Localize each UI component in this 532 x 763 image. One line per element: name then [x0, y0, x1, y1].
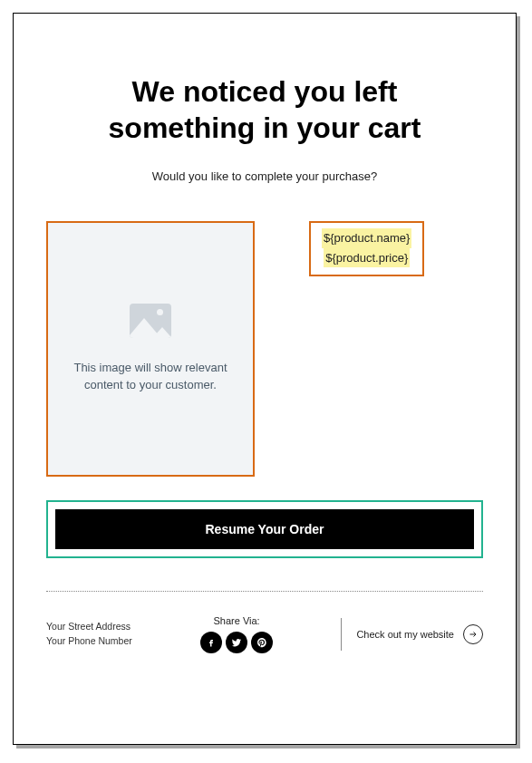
website-block: Check out my website — [341, 618, 483, 651]
share-block: Share Via: — [200, 615, 273, 653]
product-price-token: ${product.price} — [324, 248, 410, 268]
image-icon — [130, 304, 171, 338]
facebook-icon[interactable] — [200, 632, 222, 653]
pinterest-icon[interactable] — [251, 632, 273, 653]
headline: We noticed you left something in your ca… — [46, 73, 483, 146]
image-placeholder-caption: This image will show relevant content to… — [73, 360, 227, 394]
email-template: We noticed you left something in your ca… — [13, 13, 517, 745]
address-line: Your Street Address — [46, 620, 132, 634]
product-name-token: ${product.name} — [322, 228, 411, 248]
arrow-right-icon[interactable] — [463, 624, 483, 644]
divider — [46, 591, 483, 592]
footer: Your Street Address Your Phone Number Sh… — [46, 615, 483, 653]
product-row: This image will show relevant content to… — [46, 221, 483, 477]
product-details-placeholder[interactable]: ${product.name} ${product.price} — [309, 221, 424, 276]
contact-info: Your Street Address Your Phone Number — [46, 620, 132, 649]
resume-order-button[interactable]: Resume Your Order — [55, 509, 474, 549]
share-label: Share Via: — [213, 615, 259, 626]
share-icons — [200, 632, 273, 653]
phone-line: Your Phone Number — [46, 634, 132, 649]
subhead: Would you like to complete your purchase… — [46, 169, 483, 183]
twitter-icon[interactable] — [226, 632, 247, 653]
cta-section: Resume Your Order — [46, 500, 483, 558]
website-label: Check out my website — [356, 629, 454, 640]
product-image-placeholder[interactable]: This image will show relevant content to… — [46, 221, 255, 477]
